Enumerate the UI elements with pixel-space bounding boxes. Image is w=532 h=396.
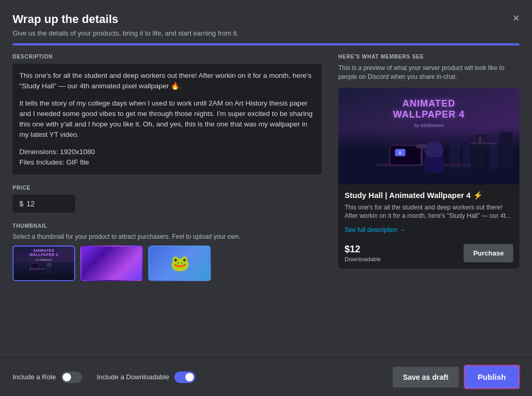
preview-subtitle: This is a preview of what your server pr… — [338, 64, 519, 81]
include-role-label: Include a Role — [13, 373, 56, 381]
thumbnail-subtitle: Select a thumbnail for your product to a… — [13, 233, 322, 240]
svg-point-4 — [46, 262, 52, 267]
include-downloadable-label: Include a Downloadable — [97, 373, 169, 381]
product-info: Study Hall | Animated Wallpaper 4 ⚡ This… — [338, 184, 519, 269]
include-downloadable-toggle-item: Include a Downloadable — [97, 371, 195, 383]
product-card: ANIMATEDWALLPAPER 4 by tobidoesart — [338, 88, 519, 269]
product-scene-svg: D — [338, 117, 519, 184]
svg-rect-21 — [425, 157, 444, 173]
thumbnail-item-2[interactable] — [80, 246, 143, 281]
product-downloadable: Downloadable — [345, 256, 381, 262]
product-price: $12 — [345, 244, 381, 255]
svg-point-20 — [425, 141, 444, 160]
preview-section-title: HERE'S WHAT MEMBERS SEE — [338, 54, 519, 60]
price-symbol: $ — [19, 200, 23, 208]
modal-footer: Include a Role Include a Downloadable Sa… — [0, 357, 532, 396]
modal-container: Wrap up the details Give us the details … — [0, 0, 532, 396]
svg-rect-0 — [29, 269, 45, 270]
footer-buttons: Save as draft Publish — [393, 365, 519, 389]
svg-text:D: D — [399, 151, 401, 155]
description-para-2: It tells the story of my college days wh… — [19, 98, 315, 141]
left-panel: DESCRIPTION This one's for all the stude… — [13, 54, 326, 357]
description-para-1: This one's for all the student and deep … — [19, 71, 315, 92]
include-role-knob — [63, 373, 71, 381]
svg-rect-9 — [489, 140, 499, 169]
product-title: Study Hall | Animated Wallpaper 4 ⚡ — [345, 191, 513, 200]
svg-rect-16 — [479, 136, 482, 143]
modal-body: DESCRIPTION This one's for all the stude… — [0, 54, 532, 357]
svg-rect-10 — [500, 132, 513, 169]
description-section: DESCRIPTION This one's for all the stude… — [13, 54, 322, 174]
description-dimensions: Dimensions: 1920x1080 Files Includes: GI… — [19, 147, 315, 168]
close-button[interactable]: × — [511, 10, 522, 26]
toggle-group: Include a Role Include a Downloadable — [13, 371, 195, 383]
see-full-description-link[interactable]: See full description → — [345, 226, 406, 234]
thumbnail-item-3[interactable]: 🐸 — [148, 246, 211, 281]
thumbnail-section: THUMBNAIL Select a thumbnail for your pr… — [13, 223, 322, 281]
price-section: PRICE $ 12 — [13, 185, 322, 213]
description-label: DESCRIPTION — [13, 54, 322, 60]
svg-rect-17 — [483, 137, 486, 143]
progress-bar-track — [13, 43, 519, 45]
modal-subtitle: Give us the details of your products, br… — [13, 29, 519, 37]
save-draft-button[interactable]: Save as draft — [393, 367, 459, 388]
price-value: 12 — [27, 200, 35, 208]
thumbnail-1-scene-svg — [19, 255, 71, 279]
include-downloadable-toggle[interactable] — [174, 371, 195, 383]
description-box[interactable]: This one's for all the student and deep … — [13, 64, 322, 174]
product-image: ANIMATEDWALLPAPER 4 by tobidoesart — [338, 88, 519, 184]
publish-button[interactable]: Publish — [464, 365, 519, 389]
svg-point-23 — [416, 144, 428, 149]
include-role-toggle-item: Include a Role — [13, 371, 82, 383]
include-role-toggle[interactable] — [61, 371, 82, 383]
right-panel: HERE'S WHAT MEMBERS SEE This is a previe… — [338, 54, 519, 357]
modal-header: Wrap up the details Give us the details … — [0, 0, 532, 43]
svg-rect-22 — [421, 147, 423, 164]
include-downloadable-knob — [185, 373, 194, 381]
product-desc-preview: This one's for all the student and deep … — [345, 203, 513, 221]
thumbnail-item-1[interactable]: ANIMATEDWALLPAPER 4 by tobidoesart — [13, 246, 75, 281]
modal-title: Wrap up the details — [13, 13, 519, 26]
purchase-button[interactable]: Purchase — [464, 244, 513, 262]
price-label: PRICE — [13, 185, 322, 191]
progress-bar-container — [0, 43, 532, 45]
progress-bar-fill — [13, 43, 519, 45]
svg-rect-15 — [474, 135, 477, 143]
thumbnail-label: THUMBNAIL — [13, 223, 322, 229]
frog-icon: 🐸 — [170, 255, 190, 271]
thumbnail-grid: ANIMATEDWALLPAPER 4 by tobidoesart — [13, 246, 322, 281]
svg-rect-2 — [31, 264, 38, 268]
svg-rect-14 — [471, 143, 497, 144]
product-price-row: $12 Downloadable Purchase — [345, 244, 513, 262]
price-input-wrapper[interactable]: $ 12 — [13, 195, 75, 213]
